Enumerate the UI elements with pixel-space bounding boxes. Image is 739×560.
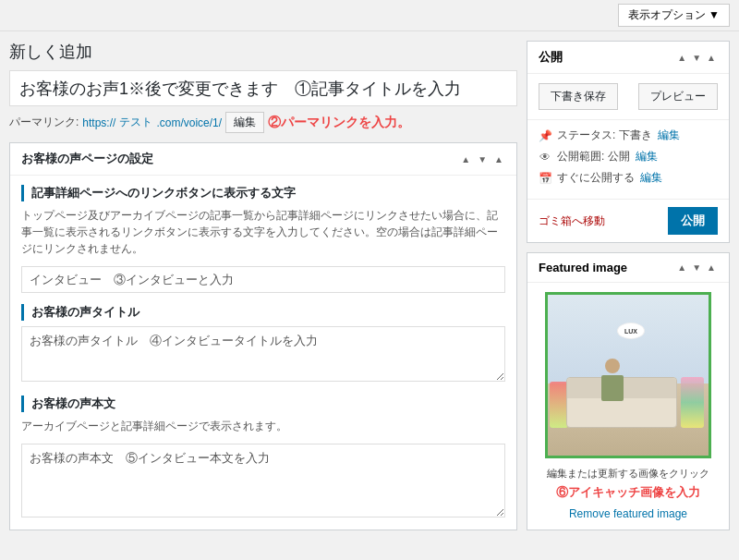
featured-image-box: Featured image ▲ ▼ ▲ [527,252,730,530]
publish-box: 公開 ▲ ▼ ▲ 下書き保存 プレビュー 📌 ステータス: 下書き 編集 � [527,41,730,243]
publish-title: 公開 [539,49,563,66]
featured-click-label: 編集または更新する画像をクリック [539,467,718,481]
schedule-label: すぐに公開する [557,170,635,186]
featured-toggle-arrow[interactable]: ▲ [705,262,718,273]
pushpin-icon: 📌 [539,129,551,142]
calendar-icon: 📅 [539,172,551,185]
article-title-input[interactable] [9,70,517,106]
display-options-button[interactable]: 表示オプション ▼ [618,4,730,27]
metabox-body: 記事詳細ページへのリンクボタンに表示する文字 トップページ及びアーカイブページの… [10,176,516,530]
featured-down-arrow[interactable]: ▼ [690,262,703,273]
person-head [605,359,620,373]
top-bar: 表示オプション ▼ [0,0,739,31]
status-label: ステータス: 下書き [557,128,652,143]
permalink-annotation: ②パーマリンクを入力。 [268,115,410,131]
publish-meta: 📌 ステータス: 下書き 編集 👁 公開範囲: 公開 編集 📅 すぐに公開する … [527,120,729,199]
lux-badge: LUX [617,323,645,339]
eye-icon: 👁 [539,151,551,164]
featured-image-body: LUX 編集または更新する画像をクリック ⑥アイキャッチ画像を入力 Remove… [527,283,729,530]
person-body [601,375,624,401]
metabox-toggle-arrow[interactable]: ▲ [492,154,505,164]
permalink-label: パーマリンク: [9,115,79,130]
visibility-label: 公開範囲: 公開 [557,149,630,164]
featured-annotation: ⑥アイキャッチ画像を入力 [539,484,718,501]
publish-button[interactable]: 公開 [668,207,718,235]
voice-title-label: お客様の声タイトル [21,304,505,321]
customer-settings-header: お客様の声ページの設定 ▲ ▼ ▲ [10,143,516,176]
link-section-label: 記事詳細ページへのリンクボタンに表示する文字 [21,185,505,201]
metabox-controls: ▲ ▼ ▲ [459,154,505,164]
featured-image-click-area[interactable]: LUX [545,292,711,458]
status-edit-link[interactable]: 編集 [658,128,680,143]
permalink-row: パーマリンク: https:// テスト .com/voice/1/ 編集 ②パ… [9,112,517,133]
voice-body-textarea[interactable]: お客様の声本文 ⑤インタビュー本文を入力 [21,444,505,517]
permalink-test: テスト [119,115,152,130]
person [599,359,626,405]
metabox-down-arrow[interactable]: ▼ [476,154,489,164]
trash-link[interactable]: ゴミ箱へ移動 [539,213,605,229]
publish-footer: ゴミ箱へ移動 公開 [527,199,729,242]
left-panel: 新しく追加 パーマリンク: https:// テスト .com/voice/1/… [9,41,517,553]
schedule-row: 📅 すぐに公開する 編集 [539,170,718,186]
visibility-edit-link[interactable]: 編集 [636,149,658,164]
voice-title-input[interactable]: お客様の声タイトル ④インタビュータイトルを入力 [21,326,505,382]
featured-image-header: Featured image ▲ ▼ ▲ [527,253,729,283]
status-row: 📌 ステータス: 下書き 編集 [539,128,718,143]
preview-button[interactable]: プレビュー [638,83,718,110]
featured-image-title: Featured image [539,261,627,274]
flowers-right [681,377,704,428]
link-text-input[interactable] [21,266,505,293]
featured-up-arrow[interactable]: ▲ [675,262,688,273]
publish-header: 公開 ▲ ▼ ▲ [527,42,729,74]
voice-body-label: お客様の声本文 [21,396,505,412]
draft-save-button[interactable]: 下書き保存 [539,83,618,110]
visibility-row: 👁 公開範囲: 公開 編集 [539,149,718,164]
main-content: 新しく追加 パーマリンク: https:// テスト .com/voice/1/… [0,31,739,560]
voice-body-desc: アーカイブページと記事詳細ページで表示されます。 [21,418,505,434]
permalink-domain: .com/voice/1/ [156,116,222,129]
link-section-desc: トップページ及びアーカイブページの記事一覧から記事詳細ページにリンクさせたい場合… [21,207,505,257]
publish-up-arrow[interactable]: ▲ [675,53,688,63]
schedule-edit-link[interactable]: 編集 [640,170,662,186]
right-panel: 公開 ▲ ▼ ▲ 下書き保存 プレビュー 📌 ステータス: 下書き 編集 � [527,41,730,553]
room-scene: LUX [548,295,709,456]
publish-toggle-arrow[interactable]: ▲ [705,53,718,63]
customer-settings-metabox: お客様の声ページの設定 ▲ ▼ ▲ 記事詳細ページへのリンクボタンに表示する文字… [9,142,517,530]
remove-featured-link[interactable]: Remove featured image [569,507,687,520]
page-title: 新しく追加 [9,41,517,63]
flowers-left [550,382,568,428]
permalink-url: https:// [82,116,115,129]
publish-actions-top: 下書き保存 プレビュー [527,74,729,120]
permalink-edit-button[interactable]: 編集 [225,112,264,133]
customer-settings-title: お客様の声ページの設定 [21,151,153,167]
publish-down-arrow[interactable]: ▼ [690,53,703,63]
metabox-up-arrow[interactable]: ▲ [459,154,472,164]
